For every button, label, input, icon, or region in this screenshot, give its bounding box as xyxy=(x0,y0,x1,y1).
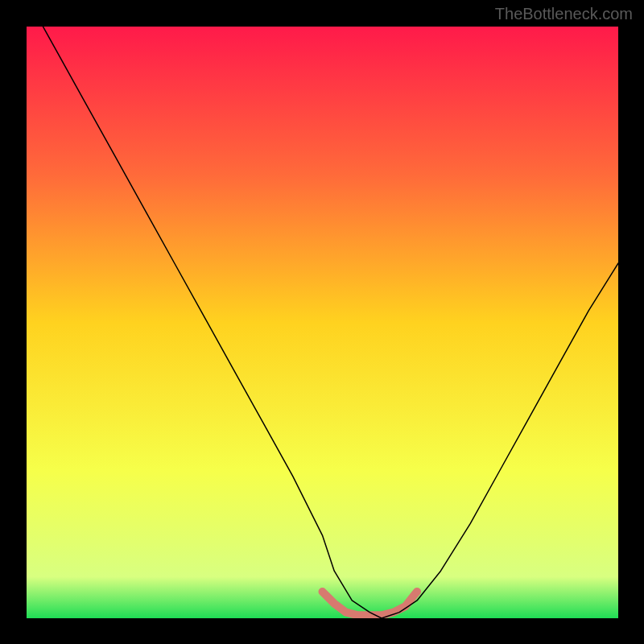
watermark-text: TheBottleneck.com xyxy=(495,5,633,23)
chart-svg xyxy=(0,0,644,644)
chart-container: TheBottleneck.com xyxy=(0,0,644,644)
gradient-background xyxy=(27,27,618,618)
